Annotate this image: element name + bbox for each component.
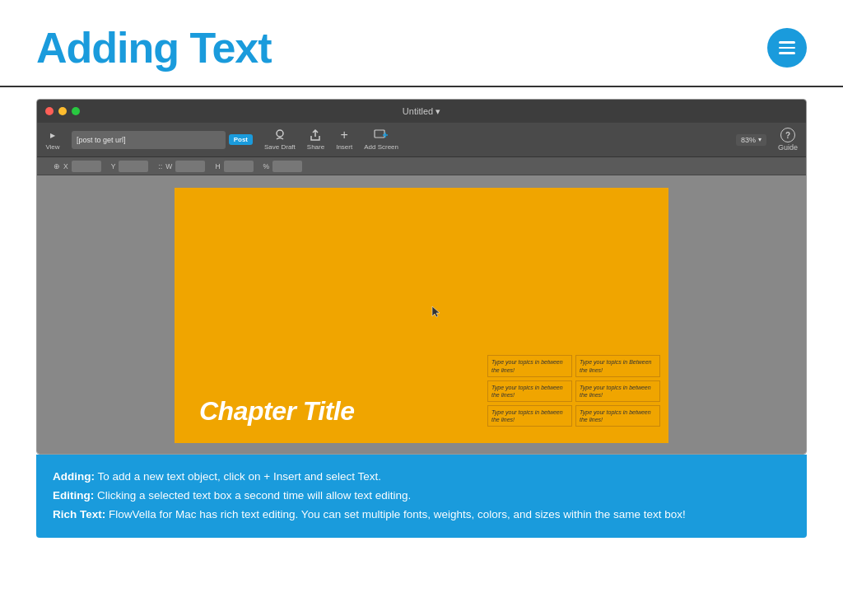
rich-text-text: FlowVella for Mac has rich text editing.…	[105, 508, 686, 520]
info-line-1: Adding: To add a new text object, click …	[53, 468, 790, 487]
page-title: Adding Text	[36, 23, 272, 72]
text-box-4[interactable]: Type your topics in between the lines!	[575, 380, 660, 402]
share-label: Share	[307, 143, 324, 151]
menu-line-1	[779, 41, 795, 44]
text-box-2-content: Type your topics in Between the lines!	[580, 358, 656, 373]
coord-pct: %	[263, 161, 303, 172]
minimize-dot[interactable]	[58, 107, 67, 115]
text-box-6[interactable]: Type your topics in between the lines!	[575, 405, 660, 427]
slide-text-boxes: Type your topics in between the lines! T…	[487, 355, 660, 427]
menu-line-2	[779, 47, 795, 49]
info-line-2: Editing: Clicking a selected text box a …	[53, 487, 790, 506]
coord-x: ⊕ X	[54, 161, 101, 172]
url-input[interactable]: [post to get url]	[72, 131, 226, 149]
view-icon: ▶	[45, 128, 60, 142]
menu-icon	[779, 41, 795, 54]
close-dot[interactable]	[45, 107, 54, 115]
toolbar-insert-btn[interactable]: + Insert	[336, 128, 352, 151]
page-header: Adding Text	[0, 0, 843, 87]
text-box-1[interactable]: Type your topics in between the lines!	[487, 355, 572, 376]
menu-line-3	[779, 52, 795, 54]
svg-point-0	[277, 130, 283, 137]
toolbar-view-btn[interactable]: ▶ View	[45, 128, 60, 151]
rich-text-label: Rich Text:	[53, 508, 105, 520]
share-icon	[308, 128, 323, 142]
cursor	[431, 306, 436, 310]
pct-input[interactable]	[272, 161, 302, 172]
adding-text: To add a new text object, click on + Ins…	[95, 470, 381, 483]
adding-label: Adding:	[53, 470, 95, 483]
toolbar-add-screen-btn[interactable]: Add Screen	[364, 128, 398, 151]
insert-label: Insert	[336, 143, 352, 151]
text-box-2[interactable]: Type your topics in Between the lines!	[575, 355, 660, 376]
toolbar-share-btn[interactable]: Share	[307, 128, 324, 151]
h-input[interactable]	[224, 161, 254, 172]
coord-bar: ⊕ X Y :: W H %	[37, 157, 806, 175]
post-button[interactable]: Post	[229, 134, 253, 145]
mac-toolbar: ▶ View [post to get url] Post Save Draft	[37, 123, 806, 157]
y-input[interactable]	[119, 161, 148, 172]
text-box-3-content: Type your topics in between the lines!	[491, 384, 568, 399]
text-box-5[interactable]: Type your topics in between the lines!	[487, 405, 572, 427]
slide: Chapter Title Type your topics in betwee…	[175, 188, 668, 443]
text-box-3[interactable]: Type your topics in between the lines!	[487, 380, 572, 402]
toolbar-save-draft-btn[interactable]: Save Draft	[264, 128, 296, 151]
mac-window-controls[interactable]	[45, 107, 80, 115]
chapter-title: Chapter Title	[175, 396, 355, 427]
editing-text: Clicking a selected text box a second ti…	[94, 489, 411, 502]
toolbar-url-group: [post to get url] Post	[72, 131, 253, 149]
save-draft-label: Save Draft	[264, 143, 296, 151]
guide-icon: ?	[780, 128, 795, 142]
view-label: View	[45, 143, 59, 151]
coord-y: Y	[111, 161, 149, 172]
screenshot-container: Untitled ▾ ▶ View [post to get url] Post…	[36, 99, 807, 455]
w-input[interactable]	[175, 161, 205, 172]
info-box: Adding: To add a new text object, click …	[36, 455, 807, 538]
window-title: Untitled ▾	[403, 106, 440, 117]
text-box-5-content: Type your topics in between the lines!	[491, 408, 568, 423]
save-draft-icon	[272, 128, 287, 142]
coord-h: H	[215, 161, 253, 172]
add-screen-icon	[374, 128, 389, 142]
add-screen-label: Add Screen	[364, 143, 398, 151]
guide-label: Guide	[778, 143, 798, 152]
info-line-3: Rich Text: FlowVella for Mac has rich te…	[53, 506, 790, 525]
x-icon: ⊕	[54, 162, 60, 170]
w-icon: ::	[158, 162, 162, 170]
toolbar-guide-btn[interactable]: ? Guide	[778, 128, 798, 152]
editing-label: Editing:	[53, 489, 94, 502]
canvas-area[interactable]: Chapter Title Type your topics in betwee…	[37, 175, 806, 455]
maximize-dot[interactable]	[72, 107, 80, 115]
text-box-1-content: Type your topics in between the lines!	[491, 358, 568, 373]
zoom-percent[interactable]: 83% ▾	[736, 134, 766, 146]
text-box-4-content: Type your topics in between the lines!	[580, 384, 656, 399]
menu-button[interactable]	[767, 28, 807, 68]
mac-titlebar: Untitled ▾	[37, 100, 806, 123]
text-box-6-content: Type your topics in between the lines!	[580, 408, 656, 423]
svg-rect-1	[375, 130, 384, 138]
x-input[interactable]	[72, 161, 101, 172]
coord-w: :: W	[158, 161, 205, 172]
insert-icon: +	[337, 128, 352, 142]
chevron-down-icon: ▾	[758, 136, 761, 143]
